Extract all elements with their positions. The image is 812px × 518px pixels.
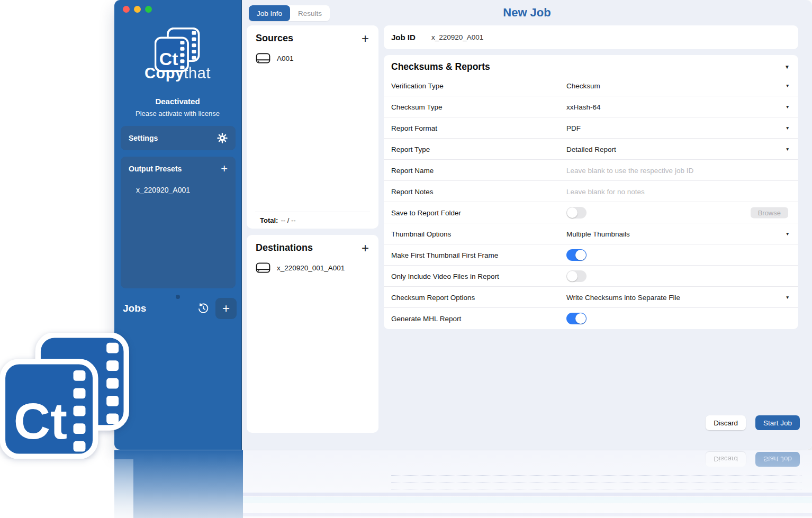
row-report-format: Report Format PDF▼ bbox=[384, 117, 798, 139]
row-only-include-video-files-in-report: Only Include Video Files in Report bbox=[384, 266, 798, 287]
sidebar: Copythat Deactivated Please activate wit… bbox=[114, 0, 242, 450]
job-id-value[interactable]: x_220920_A001 bbox=[431, 33, 483, 41]
toggle-switch[interactable] bbox=[566, 270, 587, 282]
chevron-down-icon[interactable]: ▼ bbox=[786, 295, 790, 300]
toggle-switch[interactable] bbox=[566, 313, 587, 324]
minimize-window-icon[interactable] bbox=[134, 6, 141, 13]
chevron-down-icon[interactable]: ▼ bbox=[786, 83, 790, 88]
collapse-section-icon[interactable]: ▼ bbox=[784, 64, 790, 70]
chevron-down-icon[interactable]: ▼ bbox=[786, 231, 790, 237]
job-id-card: Job ID x_220920_A001 bbox=[384, 25, 798, 49]
preset-item[interactable]: x_220920_A001 bbox=[136, 186, 228, 194]
toggle-switch[interactable] bbox=[566, 207, 587, 219]
footer-actions: Discard Start Job bbox=[706, 415, 800, 430]
drive-icon bbox=[256, 262, 270, 274]
toggle-switch[interactable] bbox=[566, 249, 587, 261]
plus-icon: + bbox=[222, 301, 230, 316]
total-label: Total: bbox=[260, 216, 278, 224]
row-label: Checksum Type bbox=[391, 103, 443, 111]
total-value: -- / -- bbox=[281, 216, 295, 224]
close-window-icon[interactable] bbox=[123, 6, 130, 13]
row-checksum-report-options: Checksum Report Options Write Checksums … bbox=[384, 287, 798, 308]
drive-label: x_220920_001_A001 bbox=[277, 264, 345, 272]
chevron-down-icon[interactable]: ▼ bbox=[786, 104, 790, 110]
window-reflection: Discard Start Job bbox=[114, 450, 812, 518]
row-checksum-type: Checksum Type xxHash-64▼ bbox=[384, 96, 798, 117]
output-presets-panel: Output Presets + x_220920_A001 bbox=[121, 157, 236, 288]
row-generate-mhl-report: Generate MHL Report bbox=[384, 308, 798, 329]
row-label: Report Format bbox=[391, 124, 437, 132]
row-label: Checksum Report Options bbox=[391, 293, 475, 301]
row-label: Report Type bbox=[391, 145, 430, 153]
settings-button[interactable]: Settings bbox=[121, 126, 236, 150]
select-value[interactable]: xxHash-64 bbox=[566, 103, 601, 111]
start-job-button[interactable]: Start Job bbox=[755, 415, 800, 430]
app-icon-reflection bbox=[0, 459, 133, 518]
select-value[interactable]: Write Checksums into Separate File bbox=[566, 293, 680, 301]
browse-button[interactable]: Browse bbox=[751, 207, 788, 218]
checksums-title: Checksums & Reports bbox=[391, 61, 784, 72]
sources-title: Sources bbox=[256, 33, 293, 44]
select-value[interactable]: Checksum bbox=[566, 81, 600, 89]
drive-icon bbox=[256, 52, 270, 64]
row-label: Verification Type bbox=[391, 81, 444, 89]
brand-bold: Copy bbox=[145, 65, 184, 81]
zoom-window-icon[interactable] bbox=[145, 6, 152, 13]
row-make-first-thumbnail-first-frame: Make First Thumbnail First Frame bbox=[384, 244, 798, 266]
row-thumbnail-options: Thumbnail Options Multiple Thumbnails▼ bbox=[384, 223, 798, 244]
source-item[interactable]: A001 bbox=[256, 52, 378, 64]
discard-button[interactable]: Discard bbox=[706, 415, 746, 430]
license-status: Deactivated bbox=[114, 97, 241, 106]
sources-panel: Sources + A001 Total: -- / -- bbox=[247, 25, 378, 229]
jobs-section-header: Jobs + bbox=[123, 298, 237, 319]
brand-light: that bbox=[184, 65, 211, 81]
row-label: Save to Report Folder bbox=[391, 208, 461, 216]
row-report-type: Report Type Detailed Report▼ bbox=[384, 139, 798, 160]
select-value[interactable]: Multiple Thumbnails bbox=[566, 230, 630, 238]
row-report-notes: Report Notes Leave blank for no notes bbox=[384, 181, 798, 202]
row-label: Generate MHL Report bbox=[391, 315, 461, 323]
row-label: Only Include Video Files in Report bbox=[391, 272, 499, 280]
output-presets-title: Output Presets bbox=[129, 165, 182, 173]
select-value[interactable]: Detailed Report bbox=[566, 145, 616, 153]
app-icon-large bbox=[0, 333, 133, 459]
add-destination-icon[interactable]: + bbox=[362, 243, 369, 253]
drive-label: A001 bbox=[277, 54, 294, 62]
sources-total: Total: -- / -- bbox=[255, 212, 370, 229]
page-title: New Job bbox=[242, 6, 812, 20]
license-hint: Please activate with license bbox=[114, 110, 241, 117]
jobs-title: Jobs bbox=[123, 303, 197, 314]
checksums-card: Checksums & Reports ▼ Verification Type … bbox=[384, 55, 798, 329]
row-label: Report Notes bbox=[391, 187, 434, 195]
row-save-to-report-folder: Save to Report Folder Browse bbox=[384, 202, 798, 223]
chevron-down-icon[interactable]: ▼ bbox=[786, 147, 790, 152]
gear-icon bbox=[217, 133, 228, 143]
add-source-icon[interactable]: + bbox=[362, 33, 369, 44]
destinations-panel: Destinations + x_220920_001_A001 bbox=[247, 235, 378, 433]
destinations-title: Destinations bbox=[256, 242, 313, 253]
discard-reflection: Discard bbox=[706, 452, 746, 467]
add-job-button[interactable]: + bbox=[215, 298, 237, 319]
row-label: Thumbnail Options bbox=[391, 230, 451, 238]
text-input-placeholder[interactable]: Leave blank for no notes bbox=[566, 187, 645, 195]
select-value[interactable]: PDF bbox=[566, 124, 581, 132]
chevron-down-icon[interactable]: ▼ bbox=[786, 125, 790, 131]
app-window: Copythat Deactivated Please activate wit… bbox=[114, 0, 812, 450]
settings-label: Settings bbox=[129, 134, 158, 142]
row-verification-type: Verification Type Checksum▼ bbox=[384, 75, 798, 96]
sidebar-reflection bbox=[114, 450, 243, 518]
destination-item[interactable]: x_220920_001_A001 bbox=[256, 262, 378, 274]
window-controls bbox=[123, 6, 152, 13]
main-area: Job InfoResults New Job Sources + A001 T… bbox=[242, 0, 812, 450]
row-label: Report Name bbox=[391, 166, 434, 174]
content-reflection: Discard Start Job bbox=[243, 450, 812, 518]
text-input-placeholder[interactable]: Leave blank to use the respective job ID bbox=[566, 166, 693, 174]
row-report-name: Report Name Leave blank to use the respe… bbox=[384, 160, 798, 181]
add-preset-icon[interactable]: + bbox=[221, 163, 228, 174]
job-id-label: Job ID bbox=[391, 33, 431, 42]
buttons-reflection: Discard Start Job bbox=[706, 452, 800, 467]
row-label: Make First Thumbnail First Frame bbox=[391, 251, 498, 259]
start-job-reflection: Start Job bbox=[755, 452, 800, 467]
brand-name: Copythat bbox=[114, 65, 241, 82]
history-icon[interactable] bbox=[197, 303, 209, 314]
